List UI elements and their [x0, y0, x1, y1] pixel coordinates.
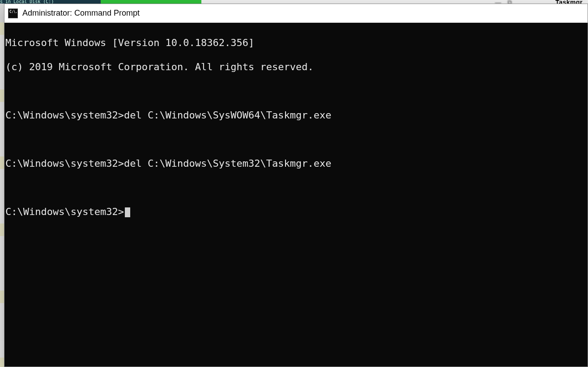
- titlebar[interactable]: Administrator: Command Prompt: [4, 4, 588, 23]
- terminal-line: C:\Windows\system32>: [4, 206, 588, 218]
- terminal-line: Microsoft Windows [Version 10.0.18362.35…: [4, 37, 588, 49]
- terminal-line: [4, 181, 588, 194]
- cmd-icon: [8, 8, 18, 18]
- command-text: del C:\Windows\System32\Taskmgr.exe: [124, 158, 332, 169]
- prompt: C:\Windows\system32>: [5, 206, 124, 217]
- terminal-line: C:\Windows\system32>del C:\Windows\SysWO…: [4, 109, 588, 121]
- terminal-line: [4, 85, 588, 97]
- command-text: del C:\Windows\SysWOW64\Taskmgr.exe: [124, 110, 332, 121]
- terminal-line: (c) 2019 Microsoft Corporation. All righ…: [4, 61, 588, 73]
- terminal-line: [4, 133, 588, 145]
- terminal-output[interactable]: Microsoft Windows [Version 10.0.18362.35…: [4, 23, 588, 367]
- background-left-artifact: [0, 22, 4, 367]
- prompt: C:\Windows\system32>: [5, 158, 124, 169]
- command-prompt-window: Administrator: Command Prompt Microsoft …: [4, 4, 588, 367]
- terminal-line: C:\Windows\system32>del C:\Windows\Syste…: [4, 157, 588, 169]
- background-explorer-text: s in Local Disk (C:): [0, 0, 101, 4]
- window-title: Administrator: Command Prompt: [22, 8, 140, 18]
- cursor[interactable]: [125, 207, 130, 217]
- prompt: C:\Windows\system32>: [5, 110, 124, 121]
